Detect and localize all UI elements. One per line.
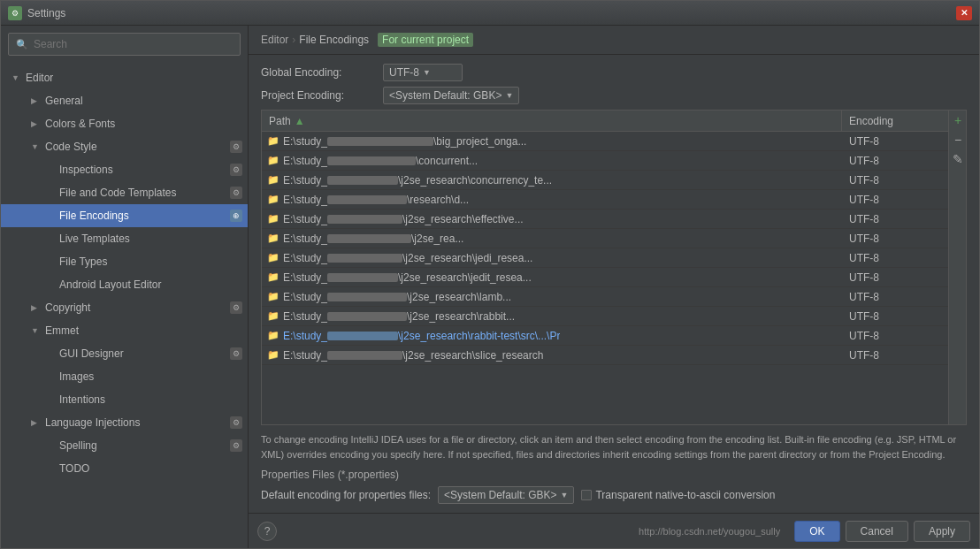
- footer: ? http://blog.csdn.net/yougou_sully OK C…: [249, 513, 979, 548]
- folder-icon: 📁: [267, 135, 279, 147]
- search-icon: 🔍: [16, 39, 28, 50]
- folder-icon: 📁: [267, 213, 279, 225]
- sidebar-item-emmet[interactable]: ▼ Emmet: [1, 319, 248, 342]
- close-button[interactable]: ✕: [956, 6, 972, 20]
- settings-badge: ⚙: [230, 141, 242, 153]
- table-row[interactable]: 📁 E:\study_\j2se_research\jedit_resea...…: [262, 268, 948, 287]
- sidebar-item-inspections[interactable]: ▶ Inspections ⚙: [1, 158, 248, 181]
- transparent-checkbox[interactable]: [581, 490, 592, 500]
- table-row[interactable]: 📁 E:\study_\j2se_research\lamb... UTF-8: [262, 287, 948, 307]
- settings-badge: ⚙: [230, 301, 242, 314]
- properties-encoding-select[interactable]: <System Default: GBK> ▼: [438, 486, 574, 504]
- panel-content: Global Encoding: UTF-8 ▼ Project Encodin…: [249, 55, 979, 513]
- expand-arrow: ▼: [31, 326, 43, 335]
- settings-badge: ⚙: [230, 164, 242, 176]
- cell-path: 📁 E:\study_\research\d...: [262, 194, 842, 206]
- sidebar: 🔍 ▼ Editor ▶ General ▶ Colors & Fonts: [1, 26, 249, 548]
- cell-path: 📁 E:\study_\j2se_research\concurrency_te…: [262, 174, 842, 187]
- folder-icon: 📁: [267, 174, 279, 186]
- properties-label: Default encoding for properties files:: [261, 489, 431, 501]
- sidebar-tree: ▼ Editor ▶ General ▶ Colors & Fonts ▼ Co…: [1, 63, 248, 548]
- table-row[interactable]: 📁 E:\study_\j2se_research\concurrency_te…: [262, 171, 948, 190]
- table-row[interactable]: 📁 E:\study_\j2se_research\jedi_resea... …: [262, 248, 948, 268]
- settings-badge: ⚙: [230, 416, 242, 429]
- sidebar-item-language-injections[interactable]: ▶ Language Injections ⚙: [1, 411, 248, 434]
- cell-path: 📁 E:\study_\j2se_research\rabbit...: [262, 310, 842, 323]
- global-encoding-row: Global Encoding: UTF-8 ▼: [261, 64, 967, 81]
- cell-path: 📁 E:\study_\j2se_research\rabbit-test\sr…: [262, 330, 842, 342]
- sidebar-item-colors-fonts[interactable]: ▶ Colors & Fonts: [1, 112, 248, 135]
- title-bar: ⚙ Settings ✕: [1, 1, 979, 26]
- table-row[interactable]: 📁 E:\study_\research\d... UTF-8: [262, 190, 948, 210]
- cell-path: 📁 E:\study_\j2se_research\lamb...: [262, 291, 842, 303]
- cell-encoding: UTF-8: [842, 233, 948, 245]
- chevron-down-icon: ▼: [505, 91, 513, 100]
- folder-icon: 📁: [267, 233, 279, 244]
- sidebar-item-android-layout-editor[interactable]: ▶ Android Layout Editor: [1, 273, 248, 296]
- search-input[interactable]: [34, 38, 233, 50]
- col-encoding-header: Encoding: [842, 111, 948, 131]
- cell-path: 📁 E:\study_\j2se_research\slice_research: [262, 349, 842, 362]
- spacer: ▶: [45, 280, 57, 289]
- remove-encoding-button[interactable]: −: [949, 130, 966, 149]
- table-row[interactable]: 📁 E:\study_\concurrent... UTF-8: [262, 151, 948, 171]
- properties-encoding-value: <System Default: GBK>: [444, 489, 556, 501]
- expand-arrow: ▼: [11, 73, 24, 82]
- sidebar-item-todo[interactable]: ▶ TODO: [1, 457, 248, 480]
- spacer: ▶: [45, 372, 57, 381]
- global-encoding-select[interactable]: UTF-8 ▼: [383, 64, 463, 81]
- spacer: ▶: [45, 211, 57, 220]
- folder-icon: 📁: [267, 155, 279, 166]
- sidebar-item-gui-designer[interactable]: ▶ GUI Designer ⚙: [1, 342, 248, 365]
- table-row[interactable]: 📁 E:\study_\j2se_research\rabbit-test\sr…: [262, 326, 948, 346]
- sidebar-item-file-encodings[interactable]: ▶ File Encodings ⊕: [1, 204, 248, 227]
- apply-button[interactable]: Apply: [914, 521, 970, 542]
- sidebar-item-editor[interactable]: ▼ Editor: [1, 66, 248, 89]
- table-body[interactable]: 📁 E:\study_\big_project_onga... UTF-8 📁: [262, 132, 948, 424]
- expand-arrow: ▼: [31, 142, 43, 151]
- spacer: ▶: [45, 257, 57, 266]
- spacer: ▶: [45, 165, 57, 174]
- transparent-checkbox-label[interactable]: Transparent native-to-ascii conversion: [581, 489, 775, 501]
- global-encoding-value: UTF-8: [389, 66, 419, 79]
- folder-icon: 📁: [267, 349, 279, 361]
- expand-arrow: ▶: [31, 303, 43, 312]
- table-row[interactable]: 📁 E:\study_\j2se_research\effective... U…: [262, 210, 948, 229]
- sidebar-item-intentions[interactable]: ▶ Intentions: [1, 388, 248, 411]
- settings-badge: ⊕: [230, 210, 242, 222]
- cell-path: 📁 E:\study_\j2se_research\effective...: [262, 213, 842, 225]
- sidebar-item-code-style[interactable]: ▼ Code Style ⚙: [1, 135, 248, 158]
- folder-icon: 📁: [267, 310, 279, 322]
- sidebar-item-copyright[interactable]: ▶ Copyright ⚙: [1, 296, 248, 319]
- table-row[interactable]: 📁 E:\study_\j2se_rea... UTF-8: [262, 229, 948, 248]
- settings-window: ⚙ Settings ✕ 🔍 ▼ Editor ▶ General: [0, 0, 980, 549]
- spacer: ▶: [45, 188, 57, 197]
- expand-arrow: ▶: [31, 119, 43, 128]
- add-encoding-button[interactable]: +: [949, 111, 966, 130]
- cell-encoding: UTF-8: [842, 194, 948, 206]
- sidebar-item-file-code-templates[interactable]: ▶ File and Code Templates ⚙: [1, 181, 248, 204]
- window-icon: ⚙: [8, 6, 22, 20]
- sidebar-item-images[interactable]: ▶ Images: [1, 365, 248, 388]
- sidebar-item-general[interactable]: ▶ General: [1, 89, 248, 112]
- help-button[interactable]: ?: [257, 522, 277, 541]
- table-row[interactable]: 📁 E:\study_\j2se_research\slice_research…: [262, 346, 948, 365]
- breadcrumb: Editor › File Encodings For current proj…: [249, 26, 979, 55]
- sidebar-item-spelling[interactable]: ▶ Spelling ⚙: [1, 434, 248, 457]
- info-text: To change encoding IntelliJ IDEA uses fo…: [261, 432, 967, 461]
- settings-badge: ⚙: [230, 347, 242, 360]
- table-row[interactable]: 📁 E:\study_\big_project_onga... UTF-8: [262, 132, 948, 151]
- spacer: ▶: [45, 395, 57, 404]
- project-encoding-select[interactable]: <System Default: GBK> ▼: [383, 87, 519, 104]
- cancel-button[interactable]: Cancel: [846, 521, 908, 542]
- cell-encoding: UTF-8: [842, 310, 948, 323]
- table-header: Path ▲ Encoding: [262, 111, 948, 132]
- sidebar-item-file-types[interactable]: ▶ File Types: [1, 250, 248, 273]
- cell-encoding: UTF-8: [842, 213, 948, 225]
- sidebar-item-live-templates[interactable]: ▶ Live Templates: [1, 227, 248, 250]
- search-box[interactable]: 🔍: [8, 33, 241, 56]
- edit-encoding-button[interactable]: ✎: [949, 149, 966, 169]
- table-row[interactable]: 📁 E:\study_\j2se_research\rabbit... UTF-…: [262, 307, 948, 326]
- ok-button[interactable]: OK: [794, 521, 839, 542]
- project-encoding-label: Project Encoding:: [261, 89, 376, 102]
